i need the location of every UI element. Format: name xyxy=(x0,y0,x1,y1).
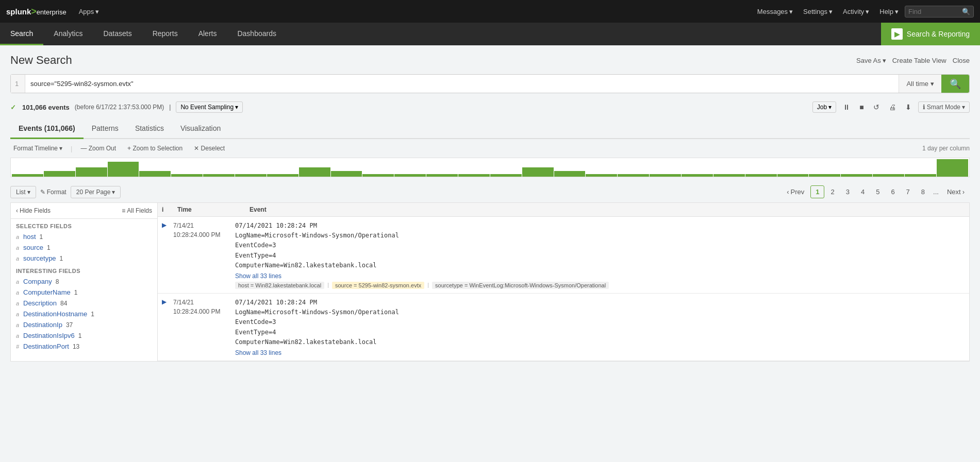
timeline-chart[interactable] xyxy=(10,158,970,177)
results-area: ‹ Hide Fields ≡ All Fields SELECTED FIEL… xyxy=(10,202,970,362)
search-query-input[interactable] xyxy=(25,75,899,93)
page-5-button[interactable]: 5 xyxy=(871,185,885,198)
per-page-button[interactable]: 20 Per Page xyxy=(71,186,121,198)
zoom-out-button[interactable]: — Zoom Out xyxy=(77,143,119,153)
top-nav-right: Messages ▾ Settings ▾ Activity ▾ Help ▾ … xyxy=(753,6,974,18)
activity-button[interactable]: Activity ▾ xyxy=(839,6,873,18)
download-icon: ⬇ xyxy=(905,103,911,111)
hide-fields-button[interactable]: ‹ Hide Fields xyxy=(16,207,51,214)
field-destinationip[interactable]: a DestinationIp 37 xyxy=(11,319,157,330)
save-as-button[interactable]: Save As xyxy=(856,57,886,64)
prev-page-button[interactable]: ‹ Prev xyxy=(782,186,809,198)
search-reporting-icon: ▶ xyxy=(891,28,903,40)
timeline-bar xyxy=(554,171,586,177)
col-info-header: i xyxy=(162,206,177,213)
search-reporting-button[interactable]: ▶ Search & Reporting xyxy=(881,23,980,45)
pause-button[interactable]: ⏸ xyxy=(840,101,853,113)
page-header: New Search Save As Create Table View Clo… xyxy=(10,54,970,67)
field-destinationisipv6[interactable]: a DestinationIsIpv6 1 xyxy=(11,330,157,341)
no-event-sampling-button[interactable]: No Event Sampling xyxy=(176,101,243,113)
field-description[interactable]: a Description 84 xyxy=(11,298,157,309)
messages-button[interactable]: Messages ▾ xyxy=(753,6,797,18)
nav-alerts[interactable]: Alerts xyxy=(188,23,227,45)
field-destinationport[interactable]: # DestinationPort 13 xyxy=(11,341,157,352)
list-button[interactable]: List xyxy=(10,186,36,198)
nav-datasets[interactable]: Datasets xyxy=(93,23,142,45)
event-content-2: 07/14/2021 10:28:24 PM LogName=Microsoft… xyxy=(235,298,965,356)
field-computername[interactable]: a ComputerName 1 xyxy=(11,287,157,298)
timeline-bar xyxy=(394,174,426,177)
table-row: ▶ 7/14/21 10:28:24.000 PM 07/14/2021 10:… xyxy=(158,294,969,361)
search-bar: 1 All time 🔍 xyxy=(10,74,970,93)
sub-nav-right: ▶ Search & Reporting xyxy=(881,23,980,45)
page-8-button[interactable]: 8 xyxy=(916,185,930,198)
event-tags-1: host = Win82.lakestatebank.local | sourc… xyxy=(235,282,965,289)
tab-visualization[interactable]: Visualization xyxy=(172,119,229,139)
timeline-bar xyxy=(139,171,171,177)
page-3-button[interactable]: 3 xyxy=(841,185,855,198)
tab-events[interactable]: Events (101,066) xyxy=(10,119,84,139)
event-tag-source: source = 5295-win82-sysmon.evtx xyxy=(332,282,424,289)
search-go-button[interactable]: 🔍 xyxy=(941,75,969,93)
settings-button[interactable]: Settings ▾ xyxy=(799,6,837,18)
timeline-bar xyxy=(458,174,490,177)
field-host[interactable]: a host 1 xyxy=(11,231,157,242)
status-bar: ✓ 101,066 events (before 6/17/22 1:37:53… xyxy=(10,98,970,116)
events-count: 101,066 events xyxy=(22,104,70,111)
help-button[interactable]: Help ▾ xyxy=(875,6,903,18)
page-1-button[interactable]: 1 xyxy=(810,185,824,198)
top-nav: splunk>enterprise Apps ▾ Messages ▾ Sett… xyxy=(0,0,980,23)
timeline-bar xyxy=(76,167,107,177)
pagination-row: List ✎ Format 20 Per Page ‹ Prev 1 2 3 4… xyxy=(10,181,970,202)
nav-reports[interactable]: Reports xyxy=(142,23,188,45)
redo-button[interactable]: ↺ xyxy=(871,101,882,113)
info-icon: ℹ xyxy=(923,104,925,111)
page-2-button[interactable]: 2 xyxy=(825,185,839,198)
field-destinationhostname[interactable]: a DestinationHostname 1 xyxy=(11,309,157,319)
timeline-bar xyxy=(745,174,777,177)
format-timeline-button[interactable]: Format Timeline xyxy=(10,143,65,153)
col-event-header: Event xyxy=(250,206,965,213)
print-icon: 🖨 xyxy=(889,103,896,111)
nav-search[interactable]: Search xyxy=(0,23,43,45)
find-input[interactable] xyxy=(908,8,960,15)
next-page-button[interactable]: Next › xyxy=(942,186,970,198)
splunk-logo: splunk>enterprise xyxy=(6,6,67,17)
show-all-lines-link-2[interactable]: Show all 33 lines xyxy=(235,349,281,356)
sub-nav: Search Analytics Datasets Reports Alerts… xyxy=(0,23,980,45)
close-button[interactable]: Close xyxy=(953,57,970,64)
per-column-label: 1 day per column xyxy=(922,145,970,152)
expand-row-button-2[interactable]: ▶ xyxy=(162,298,173,305)
print-button[interactable]: 🖨 xyxy=(886,101,899,113)
expand-row-button[interactable]: ▶ xyxy=(162,221,173,229)
time-range-button[interactable]: All time xyxy=(899,75,941,93)
field-company[interactable]: a Company 8 xyxy=(11,276,157,287)
page-title: New Search xyxy=(10,54,856,67)
all-fields-button[interactable]: ≡ All Fields xyxy=(122,207,152,214)
tab-patterns[interactable]: Patterns xyxy=(84,119,127,139)
job-button[interactable]: Job xyxy=(812,101,836,113)
tab-statistics[interactable]: Statistics xyxy=(127,119,172,139)
nav-dashboards[interactable]: Dashboards xyxy=(227,23,287,45)
format-button[interactable]: ✎ Format xyxy=(36,186,71,198)
page-4-button[interactable]: 4 xyxy=(856,185,870,198)
page-6-button[interactable]: 6 xyxy=(886,185,900,198)
nav-analytics[interactable]: Analytics xyxy=(43,23,93,45)
pagination-dots: ... xyxy=(931,186,941,198)
download-button[interactable]: ⬇ xyxy=(903,101,914,113)
event-time: 7/14/21 10:28:24.000 PM xyxy=(173,221,235,239)
timeline-bar xyxy=(490,174,522,177)
create-table-view-button[interactable]: Create Table View xyxy=(892,57,946,64)
apps-menu-button[interactable]: Apps ▾ xyxy=(75,6,104,18)
stop-button[interactable]: ■ xyxy=(857,101,866,113)
field-source[interactable]: a source 1 xyxy=(11,242,157,253)
page-7-button[interactable]: 7 xyxy=(901,185,915,198)
status-right: Job ⏸ ■ ↺ 🖨 ⬇ ℹ Smart Mode xyxy=(812,101,970,113)
zoom-to-selection-button[interactable]: + Zoom to Selection xyxy=(124,143,186,153)
deselect-button[interactable]: ✕ Deselect xyxy=(191,143,228,153)
timeline-bar-last xyxy=(937,159,968,177)
field-sourcetype[interactable]: a sourcetype 1 xyxy=(11,253,157,264)
timeline-bar xyxy=(235,174,267,177)
smart-mode-button[interactable]: ℹ Smart Mode xyxy=(918,101,970,113)
show-all-lines-link-1[interactable]: Show all 33 lines xyxy=(235,272,281,280)
